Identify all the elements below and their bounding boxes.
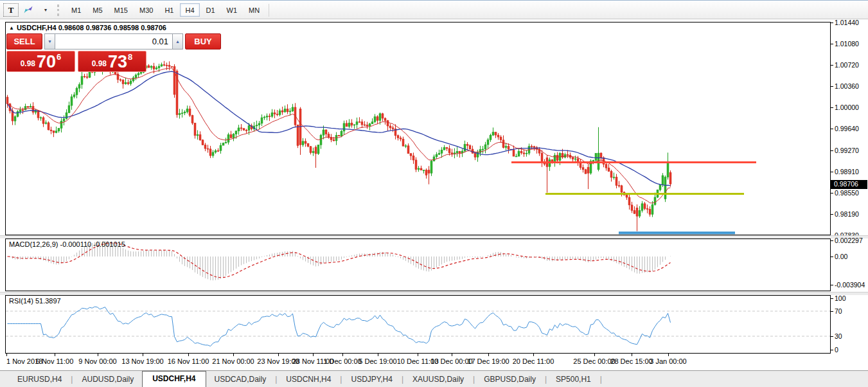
toolbar-grip[interactable] — [57, 4, 61, 16]
price-axis-label: 1.00360 — [835, 82, 859, 90]
timeframe-h1-button[interactable]: H1 — [159, 3, 179, 17]
rsi-scale[interactable]: 10070300 — [831, 295, 868, 354]
price-axis-label: 1.01440 — [835, 19, 859, 26]
volume-spinner: ▼ ▲ — [44, 33, 183, 50]
price-axis-label: 0.99270 — [835, 147, 859, 154]
macd-axis-label: -0.003904 — [835, 281, 865, 289]
chart-tab-usdcnh-h4[interactable]: USDCNH,H4 — [278, 372, 339, 387]
rsi-panel: RSI(14) 51.3897 10070300 — [5, 295, 868, 354]
timeframe-w1-button[interactable]: W1 — [222, 3, 243, 17]
chart-tab-gbpusd-daily[interactable]: GBPUSD,Daily — [475, 372, 544, 387]
tab-separator: | — [599, 372, 603, 387]
time-tick — [632, 354, 632, 356]
chart-symbol: USDCHF,H4 — [17, 24, 57, 32]
time-tick — [378, 354, 378, 356]
macd-panel: MACD(12,26,9) -0.000110 -0.001015 0.0022… — [5, 239, 868, 291]
collapse-arrow-icon[interactable]: ▲ — [9, 25, 14, 31]
one-click-trading-widget: SELL ▼ ▲ BUY 0.98 70 6 0.98 73 8 — [6, 33, 146, 72]
sell-price-prefix: 0.98 — [21, 59, 35, 68]
chart-tab-xauusd-daily[interactable]: XAUUSD,Daily — [404, 372, 472, 387]
rsi-chart[interactable] — [6, 296, 830, 353]
buy-price-display[interactable]: 0.98 73 8 — [78, 51, 146, 72]
buy-price-sup: 8 — [128, 52, 132, 62]
rsi-axis-label: 70 — [835, 307, 842, 315]
timeframe-m15-button[interactable]: M15 — [109, 3, 133, 17]
time-tick — [488, 354, 489, 356]
macd-scale[interactable]: 0.0022970.00-0.003904 — [831, 239, 868, 291]
timeframe-m1-button[interactable]: M1 — [66, 3, 86, 17]
time-tick — [668, 354, 669, 356]
time-tick — [313, 354, 314, 356]
price-axis-label: 0.99640 — [835, 125, 859, 132]
price-axis-label: 0.98190 — [835, 210, 859, 218]
time-axis-label: 28 Dec 15:00 — [610, 357, 652, 365]
mt5-window: T ▾ M1M5M15M30H1H4D1W1MN ▲USDCHF,H4 0.9 — [0, 0, 868, 387]
time-axis-label: 6 Nov 11:00 — [36, 357, 74, 365]
arrows-tool-icon — [23, 5, 33, 15]
time-axis-label: 20 Dec 11:00 — [513, 357, 554, 365]
time-axis-label: 17 Dec 19:00 — [467, 357, 509, 365]
time-tick — [342, 354, 343, 356]
macd-header: MACD(12,26,9) -0.000110 -0.001015 — [9, 240, 125, 248]
rsi-axis-label: 30 — [835, 332, 842, 340]
sell-price-sup: 6 — [57, 52, 61, 62]
timeframe-d1-button[interactable]: D1 — [201, 3, 220, 17]
time-tick — [98, 354, 98, 356]
timeframe-m30-button[interactable]: M30 — [134, 3, 158, 17]
current-price-tag: 0.98706 — [831, 180, 867, 189]
macd-chart[interactable] — [6, 239, 830, 291]
price-axis-label: 1.00000 — [835, 104, 859, 111]
time-tick — [143, 354, 143, 356]
timeframe-m5-button[interactable]: M5 — [87, 3, 107, 17]
chart-tab-sp500-h1[interactable]: SP500,H1 — [547, 372, 599, 387]
time-axis-label: 1 Dec 00:00 — [323, 357, 361, 365]
ohlc-open: 0.98608 — [58, 24, 84, 32]
timeframe-h4-button[interactable]: H4 — [180, 3, 199, 17]
time-axis-label: 3 Jan 00:00 — [650, 357, 687, 365]
time-axis-label: 13 Dec 00:00 — [430, 357, 472, 365]
rsi-header: RSI(14) 51.3897 — [9, 297, 61, 305]
chart-tab-usdchf-h4[interactable]: USDCHF,H4 — [142, 371, 206, 387]
sell-button[interactable]: SELL — [6, 33, 42, 50]
rsi-chart-canvas[interactable]: RSI(14) 51.3897 — [5, 295, 831, 354]
time-axis-label: 9 Nov 00:00 — [78, 357, 116, 365]
text-tool-button[interactable]: T — [3, 3, 19, 17]
timeframe-mn-button[interactable]: MN — [244, 3, 265, 17]
price-scale[interactable]: 1.014401.010801.007201.003601.000000.996… — [831, 22, 868, 235]
volume-increase-button[interactable]: ▲ — [172, 33, 183, 50]
arrows-tool-button[interactable] — [20, 3, 37, 17]
chart-tab-usdjpy-h4[interactable]: USDJPY,H4 — [342, 372, 400, 387]
time-axis-label: 21 Nov 00:00 — [212, 357, 254, 365]
ohlc-close: 0.98706 — [141, 24, 166, 32]
ohlc-low: 0.98598 — [113, 24, 139, 32]
buy-button[interactable]: BUY — [185, 33, 221, 50]
time-tick — [6, 354, 7, 356]
arrows-dropdown-button[interactable]: ▾ — [38, 3, 53, 17]
chart-area: ▲USDCHF,H4 0.98608 0.98736 0.98598 0.987… — [0, 19, 868, 370]
volume-input[interactable] — [55, 33, 172, 50]
chart-tab-eurusd-h4[interactable]: EURUSD,H4 — [9, 372, 70, 387]
chart-tab-usdcad-daily[interactable]: USDCAD,Daily — [206, 372, 275, 387]
sell-price-big: 70 — [37, 53, 56, 70]
chart-ohlc-header: ▲USDCHF,H4 0.98608 0.98736 0.98598 0.987… — [9, 24, 166, 32]
timeframe-group: M1M5M15M30H1H4D1W1MN — [66, 3, 265, 17]
buy-price-big: 73 — [108, 53, 127, 70]
macd-chart-canvas[interactable]: MACD(12,26,9) -0.000110 -0.001015 — [5, 239, 831, 291]
sell-price-display[interactable]: 0.98 70 6 — [6, 51, 75, 72]
price-axis-label: 0.98910 — [835, 168, 859, 176]
time-tick — [55, 354, 55, 356]
chart-tab-audusd-daily[interactable]: AUDUSD,Daily — [73, 372, 142, 387]
toolbar-separator — [269, 4, 269, 17]
time-axis-label: 25 Dec 00:00 — [573, 357, 615, 365]
macd-axis-label: 0.002297 — [835, 237, 863, 244]
time-scale[interactable]: 1 Nov 20186 Nov 11:009 Nov 00:0013 Nov 1… — [5, 354, 831, 370]
time-tick — [418, 354, 418, 356]
time-tick — [452, 354, 452, 356]
toolbar: T ▾ M1M5M15M30H1H4D1W1MN — [0, 1, 868, 19]
time-axis-label: 13 Nov 19:00 — [121, 357, 163, 365]
volume-decrease-button[interactable]: ▼ — [44, 33, 55, 50]
time-tick — [188, 354, 189, 356]
time-axis-label: 16 Nov 11:00 — [168, 357, 209, 365]
ohlc-high: 0.98736 — [86, 24, 112, 32]
time-tick — [233, 354, 234, 356]
